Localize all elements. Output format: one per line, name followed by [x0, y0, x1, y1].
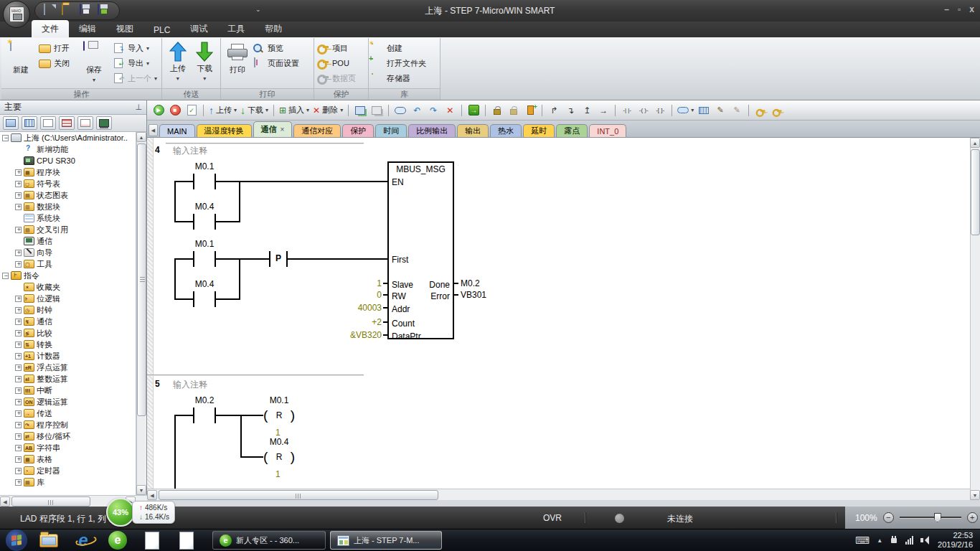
taskbar-window-360[interactable]: e 新人专区 - - 360...	[212, 531, 326, 550]
document-icon[interactable]	[176, 529, 197, 551]
tree-item[interactable]: ±I 整数运算	[0, 373, 136, 385]
tree-item[interactable]: 系统块	[0, 212, 136, 224]
app-logo-orb[interactable]	[3, 1, 30, 28]
internet-explorer-icon[interactable]: e	[72, 529, 94, 551]
pou-tab[interactable]: 延时	[523, 124, 555, 137]
tree-item[interactable]: ⇅ 转换	[0, 339, 136, 350]
tree-item[interactable]: ↯ 通信	[0, 316, 136, 327]
scrollbar-thumb[interactable]	[11, 496, 90, 507]
unlock-icon[interactable]	[507, 103, 521, 118]
editor-horizontal-scrollbar[interactable]: ◀	[147, 489, 970, 500]
block-input-value[interactable]: &VB320	[324, 330, 382, 340]
tree-expander[interactable]	[2, 273, 9, 279]
scrollbar-thumb[interactable]	[159, 490, 438, 500]
insert-coil-icon[interactable]: -( )-	[636, 103, 651, 118]
delete-button[interactable]: ✕删除▾	[312, 103, 344, 118]
tree-expander[interactable]	[15, 353, 22, 359]
start-button[interactable]	[6, 529, 27, 551]
download-button[interactable]: 下载▾	[192, 40, 218, 82]
menu-tab[interactable]: PLC	[143, 22, 180, 37]
protect-data-page-button[interactable]: 数据页	[317, 72, 356, 85]
line-right-icon[interactable]: →	[596, 103, 611, 118]
tree-item[interactable]: → 传送	[0, 408, 136, 419]
pou-cascade-icon[interactable]	[353, 103, 367, 118]
contact-bar[interactable]	[193, 408, 194, 423]
address-tag-icon[interactable]: ▾	[677, 103, 694, 118]
tree-item[interactable]: ON 逻辑运算	[0, 396, 136, 408]
key-doc-icon[interactable]	[770, 103, 784, 118]
reset-coil[interactable]: (R)	[263, 406, 295, 425]
scroll-up-icon[interactable]: ▲	[136, 132, 146, 142]
tree-expander[interactable]	[15, 410, 22, 417]
tree-item[interactable]: 通信	[0, 235, 136, 247]
protect-pou-button[interactable]: POU	[317, 57, 356, 70]
taskbar-clock[interactable]: 22:53 2019/2/16	[938, 531, 973, 550]
tree-expander[interactable]	[15, 250, 22, 256]
pou-tab[interactable]: 热水	[490, 124, 522, 137]
contact-operand[interactable]: M0.1	[184, 161, 225, 171]
safely-remove-icon[interactable]	[890, 536, 898, 545]
tree-expander[interactable]	[15, 307, 22, 314]
pou-tab[interactable]: MAIN	[159, 124, 195, 137]
tree-expander[interactable]	[15, 330, 22, 336]
tree-item[interactable]: 指令	[0, 270, 136, 281]
ladder-editor-canvas[interactable]: 4 输入注释 M0.1 M0.4 M0.1 P M0.4 MBU	[147, 138, 970, 489]
contact-bar[interactable]	[193, 251, 194, 267]
pou-tab[interactable]: 露点	[556, 124, 588, 137]
tree-item[interactable]: ▤ 库	[0, 476, 136, 488]
tree-item[interactable]: ⊦ 位逻辑	[0, 293, 136, 304]
restore-button[interactable]: ▫	[958, 4, 961, 14]
communication-icon[interactable]	[96, 116, 112, 130]
network-signal-icon[interactable]	[905, 536, 913, 545]
close-button[interactable]: x	[969, 4, 974, 14]
scrollbar-thumb[interactable]	[971, 149, 980, 235]
net-speed-widget[interactable]: 43% ↑486K/s ↓16.4K/s	[106, 498, 175, 527]
library-open-folder-button[interactable]: 打开文件夹	[372, 57, 426, 70]
contact-operand[interactable]: M0.4	[184, 279, 225, 289]
tree-item[interactable]: 上海 (C:\Users\Administrator..	[0, 132, 136, 143]
menu-tab[interactable]: 编辑	[69, 20, 106, 37]
insert-contact-icon[interactable]: -| |-	[620, 103, 634, 118]
tree-expander[interactable]	[15, 169, 22, 176]
tree-item[interactable]: ≶ 比较	[0, 327, 136, 339]
pou-tab[interactable]: 通信对应	[293, 124, 341, 137]
explorer-icon[interactable]	[38, 529, 60, 551]
pin-icon[interactable]: ⊥	[135, 103, 142, 112]
coil-count[interactable]: 1	[275, 469, 281, 479]
tree-expander[interactable]	[15, 376, 22, 382]
menu-tab[interactable]: 帮助	[255, 20, 292, 37]
branch-close-icon[interactable]: ↴	[563, 103, 578, 118]
export-button[interactable]: 导出▾	[112, 57, 158, 70]
menu-tab[interactable]: 调试	[180, 20, 217, 37]
save-button[interactable]: 保存▾	[77, 40, 110, 83]
tree-item[interactable]: 新增功能	[0, 143, 136, 155]
tab-close-icon[interactable]: ×	[281, 126, 285, 133]
contact-bar[interactable]	[193, 174, 194, 189]
mbus-msg-block[interactable]: MBUS_MSG EN First Slave RW Addr Count Da…	[387, 161, 454, 339]
new-button[interactable]: 新建	[4, 40, 37, 75]
tree-expander[interactable]	[15, 479, 22, 486]
program-editor-icon[interactable]	[3, 116, 19, 130]
tree-expander[interactable]	[15, 296, 22, 302]
bookmark-add-icon[interactable]	[523, 103, 537, 118]
tree-expander[interactable]	[15, 319, 22, 325]
network-comment[interactable]: 输入注释	[173, 145, 207, 157]
network-comment[interactable]: 输入注释	[173, 379, 207, 391]
data-block-icon[interactable]	[59, 116, 75, 130]
contact-operand[interactable]: M0.1	[184, 239, 225, 249]
contact-bar[interactable]	[193, 214, 194, 230]
360-browser-icon[interactable]: e	[107, 529, 128, 551]
line-up-icon[interactable]: ↥	[580, 103, 594, 118]
coil-count[interactable]: 1	[275, 428, 281, 438]
zoom-in-icon[interactable]: +	[967, 512, 978, 523]
block-input-value[interactable]: +2	[324, 317, 382, 327]
tree-item[interactable]: ▤ 状态图表	[0, 189, 136, 201]
contact-operand[interactable]: M0.4	[184, 202, 225, 212]
pou-tab[interactable]: INT_0	[589, 124, 626, 137]
pou-tab[interactable]: 温湿度转换	[197, 124, 252, 137]
upload-button[interactable]: 上传▾	[165, 40, 191, 82]
tree-expander[interactable]	[15, 192, 22, 199]
edit-table-icon[interactable]: ✎	[713, 103, 727, 118]
taskbar-window-step7[interactable]: 上海 - STEP 7-M...	[330, 531, 442, 550]
tree-item[interactable]: 向导	[0, 247, 136, 258]
